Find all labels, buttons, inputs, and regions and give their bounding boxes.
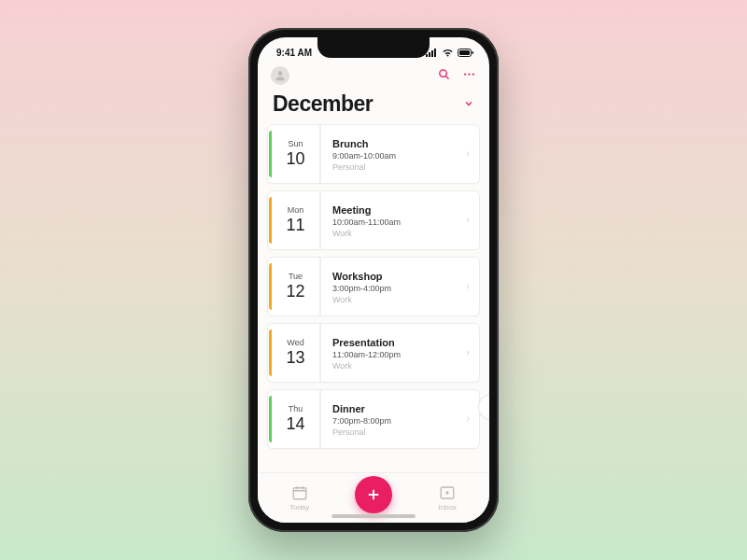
nav-inbox-label: Inbox — [439, 503, 458, 511]
event-body: Brunch9:00am-10:00amPersonal — [320, 125, 479, 183]
more-button[interactable] — [462, 67, 476, 85]
event-body: Presentation11:00am-12:00pmWork — [320, 324, 479, 382]
event-card[interactable]: Sun10Brunch9:00am-10:00amPersonal — [267, 124, 480, 184]
event-title: Dinner — [332, 403, 473, 414]
svg-line-9 — [445, 76, 448, 78]
home-indicator[interactable] — [331, 514, 416, 518]
event-chevron — [464, 278, 472, 295]
calendar-icon — [291, 484, 308, 501]
svg-rect-1 — [429, 52, 430, 57]
chevron-right-icon — [464, 216, 472, 225]
svg-point-11 — [468, 73, 470, 75]
event-title: Workshop — [332, 271, 473, 282]
event-time: 3:00pm-4:00pm — [332, 284, 473, 293]
chevron-right-icon — [464, 414, 472, 424]
date-column: Thu14 — [272, 390, 320, 448]
event-category: Work — [332, 295, 473, 304]
event-time: 11:00am-12:00pm — [332, 350, 473, 359]
status-icons — [426, 49, 474, 57]
day-number: 14 — [286, 414, 304, 434]
search-icon — [437, 67, 451, 81]
svg-point-12 — [472, 73, 474, 75]
date-column: Sun10 — [272, 125, 320, 183]
event-category: Personal — [332, 162, 473, 172]
event-body: Meeting10:00am-11:00amWork — [320, 191, 479, 249]
screen: 9:41 AM December — [258, 37, 489, 523]
title-row: December — [258, 90, 489, 124]
event-list[interactable]: Sun10Brunch9:00am-10:00amPersonalMon11Me… — [258, 124, 489, 472]
svg-rect-2 — [431, 50, 433, 57]
day-number: 12 — [286, 282, 304, 301]
event-body: Workshop3:00pm-4:00pmWork — [320, 258, 479, 315]
svg-point-10 — [464, 73, 466, 75]
event-time: 10:00am-11:00am — [332, 217, 473, 227]
day-of-week: Thu — [289, 404, 303, 413]
status-time: 9:41 AM — [276, 48, 312, 58]
event-time: 9:00am-10:00am — [332, 151, 473, 161]
event-body: Dinner7:00pm-8:00pmPersonal — [320, 390, 479, 448]
svg-point-8 — [440, 69, 447, 77]
event-card[interactable]: Mon11Meeting10:00am-11:00amWork — [267, 190, 480, 250]
day-number: 13 — [286, 348, 304, 368]
svg-rect-6 — [472, 51, 474, 54]
event-card[interactable]: Tue12Workshop3:00pm-4:00pmWork — [267, 257, 480, 316]
date-column: Tue12 — [272, 258, 320, 315]
svg-point-7 — [278, 71, 283, 76]
event-chevron — [464, 146, 472, 162]
more-icon — [462, 67, 476, 81]
event-chevron — [464, 344, 472, 361]
event-category: Work — [332, 229, 473, 238]
day-of-week: Wed — [287, 338, 303, 347]
date-column: Wed13 — [272, 324, 320, 382]
event-time: 7:00pm-8:00pm — [332, 416, 473, 426]
nav-inbox[interactable]: Inbox — [419, 484, 475, 511]
event-card[interactable]: Thu14Dinner7:00pm-8:00pmPersonal — [267, 389, 480, 449]
event-title: Presentation — [332, 337, 473, 348]
avatar[interactable] — [271, 66, 289, 85]
plus-icon — [365, 486, 382, 503]
svg-rect-5 — [459, 50, 470, 55]
battery-icon — [458, 49, 474, 57]
day-of-week: Sun — [288, 139, 303, 148]
month-dropdown[interactable] — [463, 96, 474, 113]
bottom-nav: Today Inbox — [258, 472, 489, 523]
event-chevron — [464, 212, 472, 229]
event-category: Work — [332, 361, 473, 371]
day-number: 10 — [286, 149, 304, 169]
inbox-icon — [439, 484, 456, 501]
search-button[interactable] — [437, 67, 451, 85]
day-number: 11 — [286, 216, 304, 235]
wifi-icon — [442, 49, 454, 57]
svg-rect-13 — [293, 488, 306, 499]
notch — [317, 37, 430, 58]
event-title: Brunch — [332, 138, 473, 149]
add-button[interactable] — [355, 476, 392, 513]
nav-today[interactable]: Today — [272, 484, 328, 511]
event-category: Personal — [332, 427, 473, 437]
date-column: Mon11 — [272, 191, 320, 249]
chevron-right-icon — [464, 282, 472, 291]
day-of-week: Mon — [288, 205, 304, 215]
person-icon — [274, 69, 287, 82]
page-title: December — [273, 91, 373, 117]
top-actions — [437, 67, 476, 85]
chevron-down-icon — [463, 98, 474, 109]
event-chevron — [464, 411, 472, 427]
svg-rect-3 — [434, 49, 436, 57]
svg-rect-0 — [426, 54, 428, 57]
event-card[interactable]: Wed13Presentation11:00am-12:00pmWork — [267, 323, 480, 383]
chevron-right-icon — [464, 149, 472, 159]
phone-frame: 9:41 AM December — [248, 28, 499, 532]
chevron-right-icon — [464, 348, 472, 357]
event-title: Meeting — [332, 204, 473, 216]
nav-today-label: Today — [289, 503, 309, 511]
top-bar — [258, 62, 489, 90]
svg-point-20 — [446, 491, 449, 494]
day-of-week: Tue — [289, 272, 303, 281]
